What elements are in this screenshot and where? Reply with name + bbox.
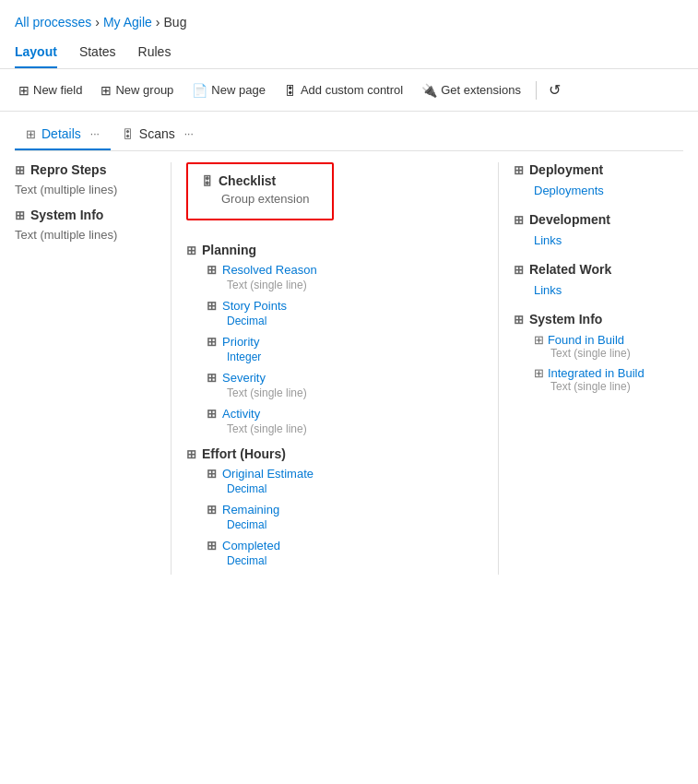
found-in-build-icon: ⊞ bbox=[534, 333, 544, 347]
priority-name[interactable]: Priority bbox=[222, 335, 259, 349]
related-work-links-item: Links bbox=[534, 282, 683, 297]
deployment-header: ⊞ Deployment bbox=[514, 162, 683, 177]
remaining-item: ⊞ Remaining Decimal bbox=[207, 503, 483, 531]
deployment-icon: ⊞ bbox=[514, 163, 524, 177]
details-tab-icon: ⊞ bbox=[26, 127, 36, 141]
sec-tab-scans[interactable]: 🎛 Scans ··· bbox=[111, 119, 205, 150]
get-extensions-icon: 🔌 bbox=[421, 83, 437, 98]
breadcrumb: All processes › My Agile › Bug bbox=[0, 0, 698, 37]
refresh-button[interactable]: ↺ bbox=[544, 77, 565, 103]
integrated-in-build-name[interactable]: Integrated in Build bbox=[548, 366, 645, 380]
breadcrumb-all-processes[interactable]: All processes bbox=[15, 15, 91, 30]
completed-icon: ⊞ bbox=[207, 539, 217, 552]
tab-rules[interactable]: Rules bbox=[138, 37, 172, 68]
toolbar-divider bbox=[536, 81, 537, 100]
found-in-build-item: ⊞ Found in Build Text (single line) bbox=[534, 332, 683, 360]
left-column: ⊞ Repro Steps Text (multiple lines) ⊞ Sy… bbox=[15, 162, 172, 575]
secondary-tabs: ⊞ Details ··· 🎛 Scans ··· bbox=[15, 119, 683, 151]
activity-type: Text (single line) bbox=[227, 422, 483, 435]
severity-type: Text (single line) bbox=[227, 386, 483, 399]
scans-tab-ellipsis[interactable]: ··· bbox=[184, 127, 194, 140]
resolved-reason-item: ⊞ Resolved Reason Text (single line) bbox=[207, 263, 483, 291]
priority-type: Integer bbox=[227, 350, 483, 363]
story-points-icon: ⊞ bbox=[207, 299, 217, 313]
tab-states[interactable]: States bbox=[79, 37, 116, 68]
new-page-button[interactable]: 📄 New page bbox=[184, 78, 273, 102]
completed-field-header: ⊞ Completed bbox=[207, 539, 483, 552]
checklist-group-header: 🎛 Checklist bbox=[201, 173, 319, 188]
original-estimate-name[interactable]: Original Estimate bbox=[222, 467, 314, 481]
development-section: ⊞ Development Links bbox=[514, 212, 683, 247]
activity-item: ⊞ Activity Text (single line) bbox=[207, 407, 483, 435]
resolved-reason-field-header: ⊞ Resolved Reason bbox=[207, 263, 483, 277]
right-system-info-section: ⊞ System Info ⊞ Found in Build Text (sin… bbox=[514, 312, 683, 393]
checklist-group-subtitle: Group extension bbox=[221, 192, 319, 206]
story-points-type: Decimal bbox=[227, 315, 483, 327]
development-icon: ⊞ bbox=[514, 213, 524, 227]
right-system-info-header: ⊞ System Info bbox=[514, 312, 683, 327]
details-tab-ellipsis[interactable]: ··· bbox=[90, 127, 100, 140]
remaining-name[interactable]: Remaining bbox=[222, 503, 279, 517]
original-estimate-icon: ⊞ bbox=[207, 467, 217, 481]
development-links-name[interactable]: Links bbox=[534, 233, 562, 247]
development-links-item: Links bbox=[534, 232, 683, 247]
get-extensions-button[interactable]: 🔌 Get extensions bbox=[414, 78, 528, 102]
right-column: ⊞ Deployment Deployments ⊞ Development L… bbox=[499, 162, 683, 575]
toolbar: ⊞ New field ⊞ New group 📄 New page 🎛 Add… bbox=[0, 69, 698, 112]
breadcrumb-my-agile[interactable]: My Agile bbox=[103, 15, 152, 30]
new-group-button[interactable]: ⊞ New group bbox=[93, 78, 181, 102]
remaining-field-header: ⊞ Remaining bbox=[207, 503, 483, 517]
effort-hours-header: ⊞ Effort (Hours) bbox=[186, 446, 483, 461]
priority-field-header: ⊞ Priority bbox=[207, 335, 483, 349]
remaining-icon: ⊞ bbox=[207, 503, 217, 517]
integrated-in-build-type: Text (single line) bbox=[550, 380, 683, 393]
sec-tab-details[interactable]: ⊞ Details ··· bbox=[15, 119, 111, 150]
resolved-reason-icon: ⊞ bbox=[207, 263, 217, 277]
system-info-type: Text (multiple lines) bbox=[15, 228, 156, 242]
resolved-reason-name[interactable]: Resolved Reason bbox=[222, 263, 317, 277]
system-info-icon: ⊞ bbox=[15, 208, 25, 222]
found-in-build-name[interactable]: Found in Build bbox=[548, 333, 624, 347]
add-custom-control-button[interactable]: 🎛 Add custom control bbox=[277, 78, 410, 102]
activity-name[interactable]: Activity bbox=[222, 407, 260, 421]
content-area: ⊞ Details ··· 🎛 Scans ··· ⊞ Repro Steps … bbox=[0, 119, 698, 575]
original-estimate-field-header: ⊞ Original Estimate bbox=[207, 467, 483, 481]
related-work-header: ⊞ Related Work bbox=[514, 262, 683, 277]
new-field-button[interactable]: ⊞ New field bbox=[11, 78, 89, 102]
priority-icon: ⊞ bbox=[207, 335, 217, 349]
severity-name[interactable]: Severity bbox=[222, 371, 266, 385]
completed-type: Decimal bbox=[227, 554, 483, 567]
completed-name[interactable]: Completed bbox=[222, 539, 280, 552]
severity-icon: ⊞ bbox=[207, 371, 217, 385]
severity-field-header: ⊞ Severity bbox=[207, 371, 483, 385]
story-points-name[interactable]: Story Points bbox=[222, 299, 287, 313]
scans-tab-icon: 🎛 bbox=[122, 127, 134, 141]
activity-icon: ⊞ bbox=[207, 407, 217, 421]
completed-item: ⊞ Completed Decimal bbox=[207, 539, 483, 567]
related-work-icon: ⊞ bbox=[514, 263, 524, 277]
story-points-item: ⊞ Story Points Decimal bbox=[207, 299, 483, 327]
activity-field-header: ⊞ Activity bbox=[207, 407, 483, 421]
planning-icon: ⊞ bbox=[186, 244, 196, 257]
main-tabs: Layout States Rules bbox=[0, 37, 698, 69]
tab-layout[interactable]: Layout bbox=[15, 37, 57, 68]
new-field-icon: ⊞ bbox=[18, 83, 30, 98]
checklist-icon: 🎛 bbox=[201, 174, 213, 188]
story-points-field-header: ⊞ Story Points bbox=[207, 299, 483, 313]
system-info-header: ⊞ System Info bbox=[15, 208, 156, 222]
add-custom-control-icon: 🎛 bbox=[284, 83, 297, 98]
related-work-section: ⊞ Related Work Links bbox=[514, 262, 683, 297]
repro-steps-header: ⊞ Repro Steps bbox=[15, 162, 156, 177]
main-columns: ⊞ Repro Steps Text (multiple lines) ⊞ Sy… bbox=[15, 151, 683, 575]
original-estimate-item: ⊞ Original Estimate Decimal bbox=[207, 467, 483, 495]
repro-steps-type: Text (multiple lines) bbox=[15, 183, 156, 196]
priority-item: ⊞ Priority Integer bbox=[207, 335, 483, 363]
severity-item: ⊞ Severity Text (single line) bbox=[207, 371, 483, 399]
related-work-links-name[interactable]: Links bbox=[534, 283, 562, 297]
breadcrumb-bug: Bug bbox=[164, 15, 187, 30]
deployment-section: ⊞ Deployment Deployments bbox=[514, 162, 683, 197]
deployments-name[interactable]: Deployments bbox=[534, 184, 604, 197]
development-header: ⊞ Development bbox=[514, 212, 683, 227]
resolved-reason-type: Text (single line) bbox=[227, 279, 483, 291]
effort-hours-icon: ⊞ bbox=[186, 447, 196, 461]
